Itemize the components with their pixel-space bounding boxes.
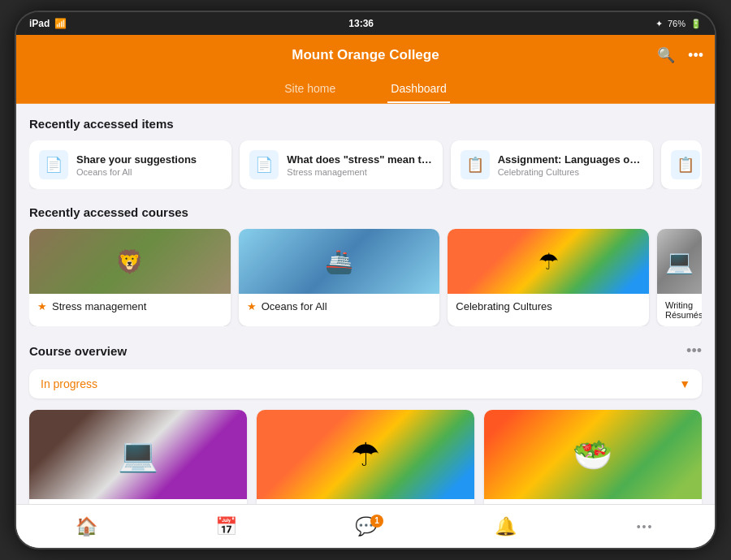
bluetooth-icon: ✦ [655,19,663,29]
tab-dashboard[interactable]: Dashboard [387,75,450,103]
bottom-tab-notifications[interactable]: 🔔 [481,516,530,537]
courses-row: 🦁 ★ Stress management 🚢 ★ Oceans for All… [29,229,702,326]
ipad-frame: iPad 📶 13:36 ✦ 76% 🔋 Mount Orange Colleg… [16,12,715,548]
recent-items-header: Recently accessed items [29,117,702,131]
course-name-1: Oceans for All [262,300,327,312]
tab-site-home[interactable]: Site home [281,75,339,103]
star-icon-1: ★ [247,300,257,312]
star-icon-0: ★ [37,300,47,312]
recent-courses-header: Recently accessed courses [29,205,702,219]
bottom-tab-more[interactable]: ••• [621,520,669,533]
battery-icon: 🔋 [690,19,702,29]
filter-label: In progress [41,377,97,390]
course-overview-title: Course overview [29,344,127,358]
app-title: Mount Orange College [292,47,439,63]
recent-item-icon-1: 📄 [249,150,279,179]
notifications-icon: 🔔 [495,516,517,537]
status-bar: iPad 📶 13:36 ✦ 76% 🔋 [16,12,715,35]
overview-card-2[interactable]: 🥗 Vegetarian cooking ••• [484,410,702,504]
messages-badge: 1 [370,515,383,528]
course-card-1[interactable]: 🚢 ★ Oceans for All [239,229,440,326]
course-name-2: Celebrating Cultures [456,300,552,312]
battery-label: 76% [668,19,686,28]
course-card-2[interactable]: ☂ Celebrating Cultures [448,229,649,326]
search-icon[interactable]: 🔍 [657,46,675,64]
app-header: Mount Orange College 🔍 ••• [16,35,715,75]
filter-bar[interactable]: In progress ▼ [29,369,702,398]
calendar-icon: 📅 [215,516,237,537]
overview-cards-row: 💻 Writing Résumés ••• ☂ Celebrating Cult… [29,410,702,504]
bottom-tab-calendar[interactable]: 📅 [201,516,250,537]
recent-item-text-0: Share your suggestions Oceans for All [76,153,197,177]
nav-tabs: Site home Dashboard [16,75,715,104]
course-overview-header: Course overview ••• [29,342,702,360]
recent-item-subtitle-1: Stress management [287,167,432,177]
course-overview-more[interactable]: ••• [686,342,702,360]
recent-item-title-1: What does "stress" mean to ... [287,153,432,166]
app-container: Mount Orange College 🔍 ••• Site home Das… [16,35,715,548]
recent-item-text-2: Assignment: Languages of Lo... Celebrati… [498,153,643,177]
status-right: ✦ 76% 🔋 [655,19,702,29]
status-time: 13:36 [348,18,374,29]
recent-item-subtitle-0: Oceans for All [76,167,197,177]
course-name-row-2: Celebrating Cultures [448,294,649,319]
main-content: Recently accessed items 📄 Share your sug… [16,104,715,504]
course-name-row-3: Writing Résumés [657,294,702,326]
bottom-tab-home[interactable]: 🏠 [62,516,110,537]
bottom-bar: 🏠 📅 💬 1 🔔 ••• [16,504,715,548]
recent-item-2[interactable]: 📋 Assignment: Languages of Lo... Celebra… [451,140,653,189]
course-name-row-1: ★ Oceans for All [239,294,440,319]
home-icon: 🏠 [76,516,97,537]
status-left: iPad 📶 [29,18,67,29]
device-label: iPad [29,18,50,29]
filter-chevron-icon: ▼ [679,377,690,390]
recent-item-0[interactable]: 📄 Share your suggestions Oceans for All [29,140,231,189]
more-icon[interactable]: ••• [688,47,703,64]
recent-item-title-2: Assignment: Languages of Lo... [498,153,643,166]
overview-thumb-1: ☂ [257,410,474,499]
recent-item-3[interactable]: 📋 [661,140,702,189]
more-dots-icon: ••• [637,520,654,533]
overview-card-1[interactable]: ☂ Celebrating Cultures ••• [257,410,474,504]
recent-item-title-0: Share your suggestions [76,153,197,166]
recent-item-text-1: What does "stress" mean to ... Stress ma… [287,153,432,177]
course-name-0: Stress management [52,300,146,312]
overview-card-0[interactable]: 💻 Writing Résumés ••• [29,410,247,504]
recent-item-icon-2: 📋 [461,150,490,179]
course-thumb-2: ☂ [448,229,649,294]
course-card-0[interactable]: 🦁 ★ Stress management [29,229,231,326]
overview-thumb-0: 💻 [29,410,247,499]
recent-item-icon-0: 📄 [39,150,68,179]
course-thumb-0: 🦁 [29,229,231,294]
course-name-row-0: ★ Stress management [29,294,231,319]
course-thumb-1: 🚢 [239,229,440,294]
recent-item-icon-3: 📋 [671,150,700,179]
bottom-tab-messages[interactable]: 💬 1 [341,516,390,537]
recent-item-subtitle-2: Celebrating Cultures [498,167,643,177]
header-actions: 🔍 ••• [657,46,703,64]
recent-items-row: 📄 Share your suggestions Oceans for All … [29,140,702,189]
course-card-3[interactable]: 💻 Writing Résumés [657,229,702,326]
wifi-icon: 📶 [54,18,67,29]
recent-item-1[interactable]: 📄 What does "stress" mean to ... Stress … [240,140,442,189]
course-thumb-3: 💻 [657,229,702,294]
course-name-3: Writing Résumés [665,300,702,320]
overview-thumb-2: 🥗 [484,410,702,499]
